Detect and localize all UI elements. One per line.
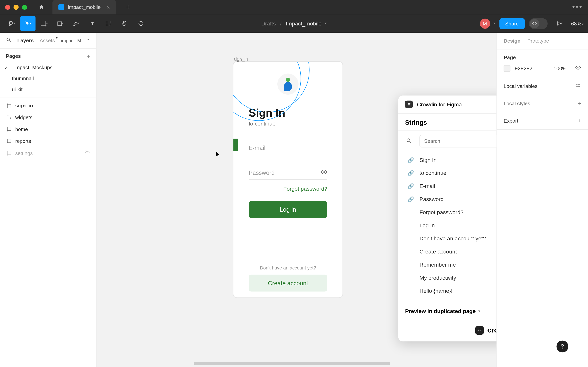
crowdin-icon bbox=[476, 326, 484, 335]
hand-tool-button[interactable] bbox=[117, 16, 132, 31]
add-icon[interactable]: + bbox=[578, 100, 581, 107]
file-tab[interactable]: Impact_mobile × bbox=[52, 0, 116, 14]
svg-point-9 bbox=[7, 38, 9, 41]
frame-icon bbox=[6, 150, 12, 156]
string-item[interactable]: 🔗to continue bbox=[398, 167, 497, 180]
local-variables-row[interactable]: Local variables bbox=[497, 77, 588, 95]
canvas[interactable]: sign_in Sign In to continue E-mail Passw… bbox=[96, 33, 497, 367]
left-panel: Layers Assets impact_M... ⌃ Pages + impa… bbox=[0, 33, 96, 367]
svg-rect-6 bbox=[106, 21, 108, 23]
frame-tool-button[interactable]: ▾ bbox=[36, 16, 52, 31]
titlebar: Impact_mobile × + ••• bbox=[0, 0, 588, 15]
chevron-down-icon[interactable]: ▾ bbox=[493, 22, 495, 25]
strings-tab[interactable]: Strings bbox=[405, 119, 427, 126]
design-tab[interactable]: Design bbox=[504, 38, 521, 44]
opacity-value[interactable]: 100% bbox=[554, 65, 567, 71]
string-item[interactable]: 🔗Sign In bbox=[398, 153, 497, 167]
prototype-tab[interactable]: Prototype bbox=[527, 38, 549, 44]
string-list: 🔗Sign In 🔗to continue 🔗E-mail 🔗Password … bbox=[398, 152, 497, 302]
svg-point-12 bbox=[407, 139, 410, 142]
crowdin-plugin-panel[interactable]: Crowdin for Figma × Strings Settings 🔗Si… bbox=[398, 95, 497, 341]
text-tool-button[interactable] bbox=[85, 16, 100, 31]
string-item[interactable]: 🔗E-mail bbox=[398, 180, 497, 193]
app-logo bbox=[277, 74, 299, 95]
dev-mode-toggle[interactable] bbox=[529, 18, 547, 29]
svg-point-17 bbox=[577, 84, 578, 85]
layers-tab[interactable]: Layers bbox=[17, 38, 34, 43]
layer-item[interactable]: widgets bbox=[0, 112, 96, 123]
local-styles-row[interactable]: Local styles + bbox=[497, 95, 588, 112]
crowdin-brand[interactable]: crowdin bbox=[398, 320, 497, 341]
traffic-lights bbox=[5, 4, 27, 9]
eye-icon[interactable] bbox=[575, 65, 581, 72]
string-item[interactable]: Log In bbox=[398, 219, 497, 232]
search-input[interactable] bbox=[419, 135, 496, 148]
new-tab-button[interactable]: + bbox=[126, 3, 130, 11]
window-menu-button[interactable]: ••• bbox=[572, 2, 583, 11]
search-icon[interactable] bbox=[6, 37, 11, 44]
frame-icon bbox=[6, 138, 12, 144]
page-section-label: Page bbox=[504, 55, 516, 60]
add-page-button[interactable]: + bbox=[87, 53, 90, 59]
string-item[interactable]: 🔗Password bbox=[398, 193, 497, 206]
share-button[interactable]: Share bbox=[499, 18, 525, 29]
page-dropdown[interactable]: impact_M... ⌃ bbox=[61, 38, 90, 43]
frame-sign-in[interactable]: Sign In to continue E-mail Password Forg… bbox=[233, 62, 343, 297]
assets-tab[interactable]: Assets bbox=[40, 38, 55, 43]
preview-label[interactable]: Preview in duplicated page bbox=[405, 308, 476, 314]
layer-item[interactable]: sign_in bbox=[0, 100, 96, 111]
string-item[interactable]: Forgot password? bbox=[398, 206, 497, 219]
page-item[interactable]: thumnnail bbox=[0, 73, 96, 84]
string-item[interactable]: Hello {name}! bbox=[398, 284, 497, 297]
export-row[interactable]: Export + bbox=[497, 112, 588, 130]
search-icon[interactable] bbox=[405, 137, 413, 145]
color-value[interactable]: F2F2F2 bbox=[515, 65, 532, 71]
page-item[interactable]: ui-kit bbox=[0, 84, 96, 95]
pen-tool-button[interactable]: ▾ bbox=[68, 16, 84, 31]
toolbar: ▾ ▾ ▾ ▾ ▾ Drafts / bbox=[0, 15, 588, 33]
shape-tool-button[interactable]: ▾ bbox=[52, 16, 68, 31]
frame-label[interactable]: sign_in bbox=[233, 57, 248, 62]
tab-title: Impact_mobile bbox=[68, 4, 101, 10]
chevron-down-icon[interactable]: ▾ bbox=[478, 309, 480, 313]
frame-icon bbox=[6, 126, 12, 132]
maximize-window-button[interactable] bbox=[22, 4, 27, 9]
link-icon: 🔗 bbox=[408, 183, 414, 189]
page-item[interactable]: impact_Mockups bbox=[0, 62, 96, 73]
string-item[interactable]: Remember me bbox=[398, 258, 497, 271]
resources-button[interactable] bbox=[101, 16, 116, 31]
svg-point-16 bbox=[577, 67, 579, 68]
close-tab-button[interactable]: × bbox=[106, 4, 110, 10]
login-button: Log In bbox=[249, 201, 327, 218]
add-icon[interactable]: + bbox=[578, 117, 581, 124]
breadcrumb-parent[interactable]: Drafts bbox=[261, 20, 276, 27]
selection-indicator bbox=[233, 139, 238, 151]
layer-item[interactable]: home bbox=[0, 123, 96, 135]
minimize-window-button[interactable] bbox=[14, 4, 18, 9]
user-avatar[interactable]: M bbox=[480, 18, 490, 29]
close-window-button[interactable] bbox=[5, 4, 10, 9]
zoom-level[interactable]: 68% ▾ bbox=[571, 20, 584, 26]
breadcrumb-current[interactable]: Impact_mobile bbox=[286, 20, 322, 27]
present-button[interactable]: ▾ bbox=[552, 16, 567, 31]
layer-item[interactable]: settings bbox=[0, 147, 96, 160]
svg-rect-2 bbox=[9, 24, 11, 26]
main-menu-button[interactable]: ▾ bbox=[4, 16, 19, 31]
move-tool-button[interactable]: ▾ bbox=[20, 16, 35, 31]
string-item[interactable]: My productivity bbox=[398, 271, 497, 284]
sliders-icon[interactable] bbox=[575, 82, 581, 89]
string-item[interactable]: Don't have an account yet? bbox=[398, 232, 497, 245]
hidden-icon[interactable] bbox=[85, 150, 90, 157]
help-fab-button[interactable]: ? bbox=[557, 341, 568, 352]
no-account-text: Don't have an account yet? bbox=[249, 266, 327, 270]
chevron-down-icon[interactable]: ▾ bbox=[325, 22, 327, 25]
color-swatch[interactable] bbox=[504, 65, 511, 72]
string-item[interactable]: Create account bbox=[398, 245, 497, 258]
home-button[interactable] bbox=[35, 1, 47, 13]
comment-tool-button[interactable] bbox=[133, 16, 148, 31]
svg-point-18 bbox=[578, 86, 579, 87]
horizontal-scrollbar[interactable] bbox=[194, 362, 390, 365]
crowdin-icon bbox=[405, 101, 413, 108]
layer-item[interactable]: reports bbox=[0, 135, 96, 147]
frame-icon bbox=[6, 103, 12, 109]
